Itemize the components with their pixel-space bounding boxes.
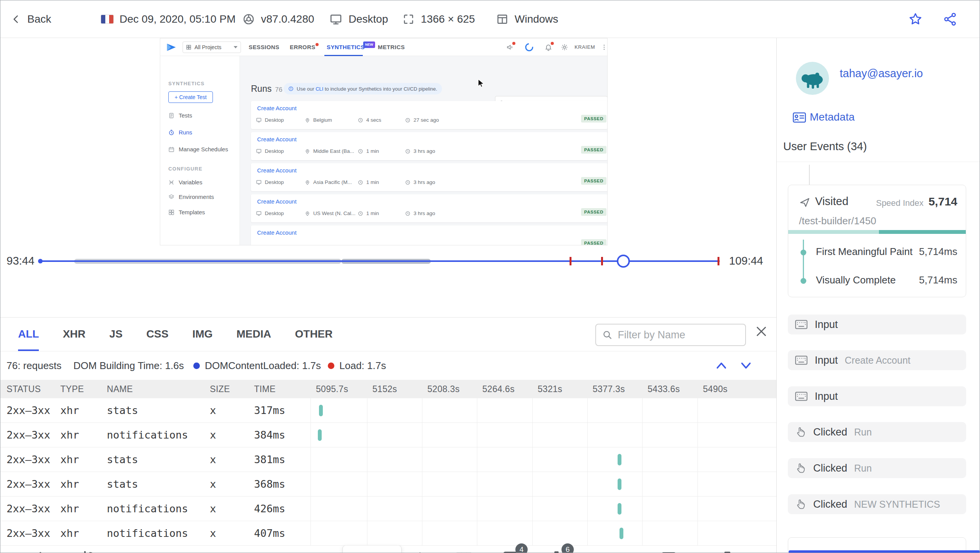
kebab-menu-icon bbox=[601, 44, 608, 51]
clock-icon bbox=[358, 211, 363, 216]
play-icon bbox=[35, 550, 52, 553]
playback-timeline[interactable]: 93:44 109:44 bbox=[0, 254, 776, 272]
timeline-scrubber-knob[interactable] bbox=[617, 255, 630, 268]
favorite-button[interactable] bbox=[908, 0, 923, 38]
back-button[interactable]: Back bbox=[11, 0, 51, 38]
monitor-icon bbox=[256, 117, 262, 123]
visited-path: /test-builder/1450 bbox=[799, 215, 876, 227]
col-type: TYPE bbox=[60, 380, 84, 398]
dcl-marker-dot bbox=[193, 363, 200, 369]
new-badge: NEW bbox=[363, 41, 375, 48]
metadata-id-card-icon bbox=[792, 112, 807, 123]
sidebar-section-configure: CONFIGURE bbox=[168, 166, 203, 172]
tab-js[interactable]: JS bbox=[110, 318, 123, 351]
network-request-row[interactable]: 2xx–3xxxhrnotificationsx407ms bbox=[0, 521, 776, 546]
panel-scrollbar[interactable] bbox=[789, 550, 980, 553]
bell-notification-dot bbox=[551, 42, 554, 45]
vc-value: 5,714ms bbox=[919, 274, 957, 286]
events-panel-button[interactable]: 6 Events bbox=[528, 549, 585, 553]
error-marker[interactable] bbox=[601, 257, 603, 265]
request-timing-bar bbox=[620, 528, 623, 539]
long-tasks-panel-button[interactable]: Long Tasks bbox=[640, 549, 698, 553]
click-hand-icon bbox=[795, 426, 806, 438]
network-request-row[interactable]: 2xx–3xxxhrstatsx368ms bbox=[0, 472, 776, 497]
info-icon bbox=[288, 86, 294, 91]
tab-xhr[interactable]: XHR bbox=[63, 318, 85, 351]
back-10-button[interactable]: 10 Back bbox=[61, 549, 119, 553]
event-row-clicked[interactable]: ClickedNEW SYNTHETICS bbox=[788, 494, 966, 514]
sidebar-item-environments: Environments bbox=[168, 194, 214, 200]
error-marker[interactable] bbox=[718, 257, 719, 265]
network-request-row[interactable]: 2xx–3xxxhrstatsx381ms bbox=[0, 447, 776, 472]
network-filter-input[interactable] bbox=[618, 329, 739, 341]
network-request-row[interactable]: 2xx–3xxxhrnotificationsx426ms bbox=[0, 497, 776, 521]
error-marker[interactable] bbox=[570, 257, 571, 265]
speed-index-bar bbox=[788, 230, 966, 234]
layers-icon bbox=[168, 194, 174, 200]
keyboard-icon bbox=[795, 355, 808, 365]
sidebar-section-synthetics: SYNTHETICS bbox=[168, 81, 204, 86]
network-summary-row: 76: requests DOM Building Time: 1.6s DOM… bbox=[0, 351, 776, 380]
event-row-clicked[interactable]: ClickedRun bbox=[788, 422, 966, 442]
resolution-group: 1366 × 625 bbox=[402, 0, 475, 38]
close-panel-button[interactable] bbox=[754, 325, 768, 338]
tab-all[interactable]: ALL bbox=[18, 318, 39, 351]
performance-panel-button[interactable]: Performance bbox=[581, 549, 639, 553]
monitor-icon bbox=[256, 210, 262, 216]
network-table-header: STATUS TYPE NAME SIZE TIME 5095.7s 5152s… bbox=[0, 380, 776, 398]
sidebar-item-runs: Runs bbox=[168, 129, 192, 136]
network-request-row[interactable]: 2xx–3xxxhrstatsx317ms bbox=[0, 398, 776, 423]
speed-index-label: Speed Index bbox=[876, 198, 924, 208]
monitor-icon bbox=[256, 148, 262, 154]
vc-label: Visually Complete bbox=[816, 274, 896, 286]
current-time: 93:44 bbox=[7, 255, 35, 267]
event-row-input[interactable]: Input bbox=[788, 386, 966, 406]
event-connector-line bbox=[809, 165, 810, 185]
fmp-label: First Meaningful Paint bbox=[816, 246, 912, 258]
tab-other[interactable]: OTHER bbox=[295, 318, 333, 351]
sidebar-item-variables: Variables bbox=[168, 179, 202, 185]
announcements-dot bbox=[512, 42, 515, 45]
cli-link: CLI bbox=[316, 86, 323, 92]
run-name-link: Create Account bbox=[257, 105, 297, 111]
jump-next-button[interactable] bbox=[739, 360, 753, 371]
share-button[interactable] bbox=[943, 0, 957, 38]
tab-media[interactable]: MEDIA bbox=[236, 318, 271, 351]
monitor-icon bbox=[256, 179, 262, 185]
load-time: Load: 1.7s bbox=[339, 351, 386, 380]
metadata-link[interactable]: Metadata bbox=[810, 111, 855, 123]
event-row-input[interactable]: Input bbox=[788, 315, 966, 334]
network-request-row[interactable]: 2xx–3xxxhrnotificationsx384ms bbox=[0, 423, 776, 447]
timeline-start-dot bbox=[38, 259, 43, 263]
session-country-flag: Dec 09, 2020, 05:10 PM bbox=[101, 0, 236, 38]
event-row-clicked[interactable]: ClickedRun bbox=[788, 458, 966, 478]
back-label: Back bbox=[27, 13, 51, 25]
end-time: 109:44 bbox=[729, 255, 763, 267]
request-timing-bar bbox=[319, 405, 323, 416]
sidebar-item-label: Templates bbox=[179, 209, 205, 215]
keyboard-icon bbox=[795, 320, 808, 329]
tab-css[interactable]: CSS bbox=[146, 318, 169, 351]
loading-spinner-icon bbox=[525, 43, 534, 52]
user-events-title: User Events (34) bbox=[783, 140, 867, 153]
event-row-input[interactable]: InputCreate Account bbox=[788, 350, 966, 370]
visited-event-card[interactable]: Visited Speed Index 5,714 /test-builder/… bbox=[788, 185, 966, 297]
visited-location-arrow-icon bbox=[799, 197, 811, 208]
fmp-value: 5,714ms bbox=[919, 246, 957, 258]
app-tab-metrics: METRICS bbox=[378, 38, 405, 56]
clock-icon bbox=[405, 118, 410, 123]
template-grid-icon bbox=[168, 209, 174, 215]
full-screen-button[interactable]: Full Screen bbox=[695, 549, 752, 553]
user-avatar bbox=[796, 62, 829, 95]
jump-previous-button[interactable] bbox=[714, 360, 728, 371]
metric-dot bbox=[801, 278, 806, 284]
console-count-badge: 4 bbox=[515, 543, 528, 553]
device-group: Desktop bbox=[329, 0, 388, 38]
share-icon bbox=[943, 12, 957, 26]
tab-img[interactable]: IMG bbox=[192, 318, 213, 351]
request-timing-bar bbox=[618, 454, 621, 465]
load-marker-dot bbox=[328, 363, 334, 369]
errors-notification-dot bbox=[316, 43, 319, 46]
dom-content-loaded: DOMContentLoaded: 1.7s bbox=[205, 351, 321, 380]
stopwatch-icon bbox=[168, 129, 174, 136]
